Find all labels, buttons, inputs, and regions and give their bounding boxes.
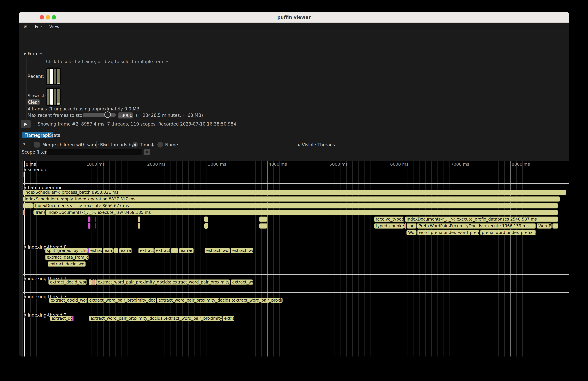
flame-scope-bar[interactable]: extrac — [119, 248, 132, 253]
flame-scope-bar[interactable] — [259, 216, 267, 222]
merge-children-label[interactable]: Merge children with same ID — [42, 142, 105, 147]
flame-scope-bar[interactable] — [259, 223, 267, 229]
flame-scope-bar[interactable]: extract::data_from_ob — [45, 254, 89, 260]
flame-scope-bar[interactable]: extract_docid_word — [48, 261, 86, 267]
max-frames-estimate: (≈ 23428.5 minutes, ≈ 68 MB) — [136, 113, 203, 118]
section-separator — [23, 166, 569, 166]
flame-scope-bar[interactable]: prefix_word::index_prefix_wo — [480, 230, 536, 235]
sort-time-label[interactable]: Time — [140, 142, 151, 147]
flame-scope-bar[interactable]: IndexDocuments<_, _>::execute 8656.677 m… — [33, 203, 558, 209]
flame-scope-bar[interactable]: extract_wo — [231, 279, 253, 285]
flame-scope-bar[interactable]: receive_typed_ — [374, 216, 404, 222]
frames-section-toggle[interactable]: ▼Frames — [23, 51, 43, 56]
sort-time-radio[interactable] — [132, 142, 138, 148]
flame-scope-bar[interactable]: extrac — [223, 316, 234, 321]
slider-knob[interactable] — [104, 111, 111, 118]
flame-scope-bar[interactable]: extract_word_pair_proximity_docids::extr… — [89, 316, 222, 321]
flame-scope-bar[interactable] — [92, 279, 95, 285]
flame-scope-bar[interactable]: IndexScheduler>::process_batch 8953.821 … — [23, 190, 566, 195]
flame-scope-bar[interactable] — [88, 216, 90, 222]
flame-scope-bar[interactable]: IndexScheduler>::apply_index_operation 8… — [23, 196, 560, 202]
flame-scope-bar[interactable] — [404, 223, 406, 229]
play-button[interactable]: ▶ — [21, 120, 31, 128]
flame-scope-bar[interactable]: extract_word_pair_proximity_docids — [88, 297, 156, 303]
flame-scope-bar[interactable]: extract_doc — [50, 316, 72, 321]
frame-bar[interactable] — [54, 69, 56, 84]
frame-bar-selected[interactable] — [50, 69, 53, 84]
flame-scope-bar[interactable]: typed_chunk::w — [374, 223, 404, 229]
flame-scope-bar[interactable]: extract — [179, 248, 194, 253]
flame-scope-bar[interactable] — [89, 279, 92, 285]
app-window: puffin viewer ✳ File View ▼Frames Click … — [19, 12, 569, 357]
thread-header[interactable]: ▼batch-operation — [24, 185, 64, 190]
clear-filter-button[interactable]: x — [144, 149, 150, 155]
flame-scope-bar[interactable] — [23, 171, 23, 177]
divider — [96, 141, 97, 148]
help-button[interactable]: ? — [23, 142, 25, 147]
flame-scope-bar[interactable]: Word — [406, 230, 417, 235]
flame-scope-bar[interactable] — [204, 216, 208, 222]
flame-scope-bar[interactable]: extract_docid_word — [49, 297, 87, 303]
visible-threads-label: Visible Threads — [302, 142, 335, 147]
flame-scope-bar[interactable] — [23, 203, 33, 209]
clear-frames-button[interactable]: Clear — [27, 99, 40, 105]
menu-file[interactable]: File — [35, 24, 42, 29]
max-frames-value[interactable]: 18000 — [118, 112, 133, 119]
flame-scope-bar[interactable]: extract_docid_word — [48, 279, 87, 285]
flame-scope-bar[interactable]: extract_ — [138, 248, 154, 253]
frame-bar[interactable] — [47, 89, 49, 105]
recent-frames-thumbnail[interactable] — [46, 67, 61, 85]
flame-scope-bar[interactable] — [23, 210, 25, 215]
flame-scope-bar[interactable]: WordPr — [537, 223, 552, 229]
flamegraph-canvas[interactable]: 0 ms0 ms1000 ms1000 ms2000 ms2000 ms3000… — [22, 161, 569, 357]
max-frames-slider[interactable] — [83, 113, 116, 117]
visible-threads-toggle[interactable]: ▶Visible Threads — [298, 142, 335, 147]
flame-scope-bar[interactable] — [88, 223, 90, 229]
flame-scope-bar[interactable]: extract_ — [154, 248, 170, 253]
scope-filter-input[interactable] — [47, 149, 142, 155]
flame-scope-bar[interactable] — [204, 223, 208, 229]
frame-bar[interactable] — [57, 69, 60, 84]
flame-scope-bar[interactable]: extract_wo — [231, 248, 253, 253]
section-separator — [23, 292, 569, 293]
flame-scope-bar[interactable]: split_grenad_by_chun — [45, 248, 88, 253]
thread-header[interactable]: ▼scheduler — [24, 167, 51, 172]
section-separator — [23, 183, 569, 184]
merge-children-checkbox[interactable] — [34, 142, 40, 148]
flame-scope-bar[interactable]: extract_word_pair_proximity_docids::extr… — [157, 297, 283, 303]
tab-stats[interactable]: Stats — [49, 132, 60, 138]
flame-scope-bar[interactable] — [171, 248, 178, 253]
flame-scope-bar[interactable]: Trans — [33, 210, 45, 215]
flame-scope-bar[interactable]: IndexDocuments<_, _>::execute_prefix_dat… — [405, 216, 558, 222]
thread-name: scheduler — [28, 167, 49, 172]
collapse-triangle-icon: ▼ — [24, 168, 26, 171]
flame-scope-bar[interactable] — [95, 216, 96, 222]
frame-bar[interactable] — [57, 89, 60, 105]
frame-bar[interactable] — [54, 89, 56, 105]
collapse-triangle-icon: ▼ — [24, 277, 26, 280]
flame-scope-bar[interactable]: PrefixWordPairsProximityDocids::execute … — [417, 223, 536, 229]
flame-scope-bar[interactable] — [72, 316, 74, 321]
tab-flamegraph[interactable]: Flamegraph — [22, 132, 53, 138]
flame-scope-bar[interactable]: extract_word_pair_proximity_docids::extr… — [96, 279, 230, 285]
flame-scope-bar[interactable]: extract_word — [205, 248, 230, 253]
app-settings-icon[interactable]: ✳ — [23, 24, 27, 29]
frame-bar[interactable] — [47, 69, 49, 84]
flame-scope-bar[interactable] — [138, 223, 140, 229]
flame-scope-bar[interactable]: extra — [103, 248, 113, 253]
flame-scope-bar[interactable]: index — [407, 223, 417, 229]
flame-scope-bar[interactable] — [113, 248, 118, 253]
flame-scope-bar[interactable]: IndexDocuments<_, _>::execute_raw 8459.1… — [46, 210, 558, 215]
flame-scope-bar[interactable] — [552, 223, 558, 229]
flame-scope-bar[interactable]: extract — [89, 248, 102, 253]
frame-info-text: Showing frame #2, 8957.4 ms, 7 threads, … — [38, 122, 238, 127]
menu-view[interactable]: View — [49, 24, 60, 29]
frame-bar-selected[interactable] — [50, 89, 53, 105]
sort-direction-icon[interactable]: ⬇ — [151, 142, 154, 147]
flame-scope-bar[interactable] — [138, 216, 140, 222]
sort-name-radio[interactable] — [157, 142, 163, 148]
slowest-frames-thumbnail[interactable] — [46, 88, 61, 106]
sort-name-label[interactable]: Name — [165, 142, 178, 147]
flame-scope-bar[interactable] — [95, 223, 96, 229]
flame-scope-bar[interactable]: word_prefix::index_word_prefix_ — [417, 230, 480, 235]
